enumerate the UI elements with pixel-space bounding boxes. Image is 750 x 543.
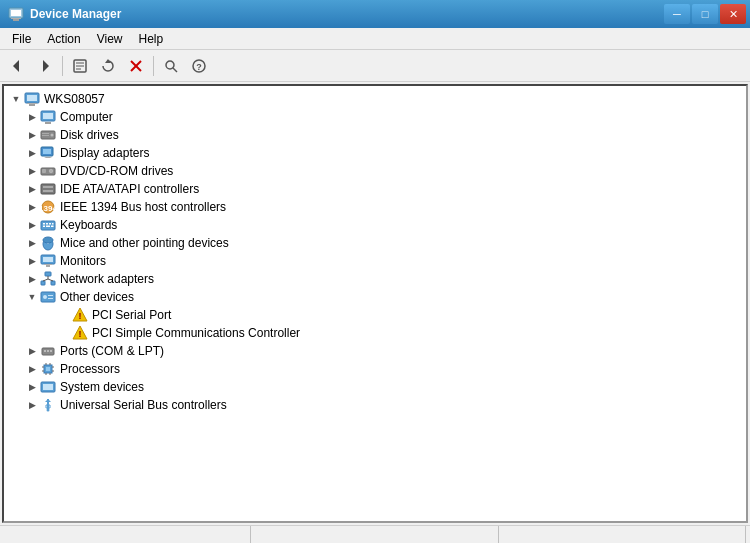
uninstall-button[interactable] xyxy=(123,54,149,78)
back-icon xyxy=(9,58,25,74)
mice-expand[interactable]: ▶ xyxy=(24,235,40,251)
system-expand[interactable]: ▶ xyxy=(24,379,40,395)
computer-icon xyxy=(24,91,40,107)
ieee-expand[interactable]: ▶ xyxy=(24,199,40,215)
status-section-tertiary xyxy=(499,526,746,543)
back-button[interactable] xyxy=(4,54,30,78)
svg-rect-29 xyxy=(43,149,51,154)
tree-item-usb[interactable]: ▶ Universal Serial Bus controllers xyxy=(4,396,746,414)
disk-expand[interactable]: ▶ xyxy=(24,127,40,143)
maximize-button[interactable]: □ xyxy=(692,4,718,24)
tree-item-ide[interactable]: ▶ IDE ATA/ATAPI controllers xyxy=(4,180,746,198)
title-bar: Device Manager ─ □ ✕ xyxy=(0,0,750,28)
menu-help[interactable]: Help xyxy=(131,28,172,49)
scan-button[interactable] xyxy=(158,54,184,78)
svg-rect-46 xyxy=(46,226,50,228)
menu-action[interactable]: Action xyxy=(39,28,88,49)
usb-expand[interactable]: ▶ xyxy=(24,397,40,413)
svg-text:?: ? xyxy=(196,62,202,72)
svg-rect-64 xyxy=(48,298,53,299)
computer-device-icon xyxy=(40,109,56,125)
svg-rect-18 xyxy=(27,95,37,101)
tree-item-computer[interactable]: ▶ Computer xyxy=(4,108,746,126)
tree-root[interactable]: ▼ WKS08057 xyxy=(4,90,746,108)
ide-expand[interactable]: ▶ xyxy=(24,181,40,197)
tree-item-network[interactable]: ▶ Network adapters xyxy=(4,270,746,288)
processor-icon xyxy=(40,361,56,377)
status-bar xyxy=(0,525,750,543)
processors-expand[interactable]: ▶ xyxy=(24,361,40,377)
dvd-label: DVD/CD-ROM drives xyxy=(60,164,173,178)
svg-rect-42 xyxy=(46,223,48,225)
svg-rect-22 xyxy=(43,113,53,119)
properties-icon xyxy=(72,58,88,74)
pci-comm-label: PCI Simple Communications Controller xyxy=(92,326,300,340)
device-tree-container[interactable]: ▼ WKS08057 ▶ Computer xyxy=(2,84,748,523)
pci-serial-label: PCI Serial Port xyxy=(92,308,171,322)
forward-button[interactable] xyxy=(32,54,58,78)
other-expand[interactable]: ▼ xyxy=(24,289,40,305)
tree-item-disk[interactable]: ▶ Disk drives xyxy=(4,126,746,144)
update-driver-button[interactable] xyxy=(95,54,121,78)
tree-item-mice[interactable]: ▶ Mice and other pointing devices xyxy=(4,234,746,252)
dvd-icon xyxy=(40,163,56,179)
pci-serial-warning-icon: ! xyxy=(72,307,88,323)
uninstall-icon xyxy=(128,58,144,74)
svg-rect-74 xyxy=(46,367,50,371)
tree-item-ieee[interactable]: ▶ 1394 IEEE 1394 Bus host controllers xyxy=(4,198,746,216)
network-label: Network adapters xyxy=(60,272,154,286)
svg-point-25 xyxy=(51,134,54,137)
mouse-icon xyxy=(40,235,56,251)
ports-expand[interactable]: ▶ xyxy=(24,343,40,359)
tree-item-system[interactable]: ▶ System devices xyxy=(4,378,746,396)
svg-rect-35 xyxy=(41,184,55,194)
svg-rect-41 xyxy=(43,223,45,225)
system-label: System devices xyxy=(60,380,144,394)
svg-rect-20 xyxy=(27,103,37,104)
mice-label: Mice and other pointing devices xyxy=(60,236,229,250)
disk-label: Disk drives xyxy=(60,128,119,142)
tree-item-other[interactable]: ▼ Other devices xyxy=(4,288,746,306)
svg-rect-57 xyxy=(51,281,55,285)
tree-item-pci-comm[interactable]: ! PCI Simple Communications Controller xyxy=(4,324,746,342)
dvd-expand[interactable]: ▶ xyxy=(24,163,40,179)
svg-rect-43 xyxy=(49,223,51,225)
minimize-button[interactable]: ─ xyxy=(664,4,690,24)
menu-view[interactable]: View xyxy=(89,28,131,49)
properties-button[interactable] xyxy=(67,54,93,78)
svg-rect-27 xyxy=(42,135,49,136)
tree-item-monitors[interactable]: ▶ Monitors xyxy=(4,252,746,270)
svg-rect-55 xyxy=(45,272,51,276)
tree-item-processors[interactable]: ▶ Processors xyxy=(4,360,746,378)
svg-rect-44 xyxy=(52,223,54,225)
tree-item-display[interactable]: ▶ Display adapters xyxy=(4,144,746,162)
processors-label: Processors xyxy=(60,362,120,376)
help-button[interactable]: ? xyxy=(186,54,212,78)
svg-rect-26 xyxy=(42,133,49,134)
display-expand[interactable]: ▶ xyxy=(24,145,40,161)
network-expand[interactable]: ▶ xyxy=(24,271,40,287)
toolbar-separator-1 xyxy=(62,56,63,76)
computer-expand[interactable]: ▶ xyxy=(24,109,40,125)
monitors-expand[interactable]: ▶ xyxy=(24,253,40,269)
network-icon xyxy=(40,271,56,287)
tree-item-dvd[interactable]: ▶ DVD/CD-ROM drives xyxy=(4,162,746,180)
keyboard-expand[interactable]: ▶ xyxy=(24,217,40,233)
svg-rect-2 xyxy=(13,19,19,21)
toolbar-separator-2 xyxy=(153,56,154,76)
tree-item-pci-serial[interactable]: ! PCI Serial Port xyxy=(4,306,746,324)
svg-line-14 xyxy=(173,68,177,72)
ide-label: IDE ATA/ATAPI controllers xyxy=(60,182,199,196)
root-expand[interactable]: ▼ xyxy=(8,91,24,107)
svg-rect-45 xyxy=(43,226,45,228)
svg-rect-53 xyxy=(46,265,50,267)
svg-marker-4 xyxy=(13,60,19,72)
close-button[interactable]: ✕ xyxy=(720,4,746,24)
menu-bar: File Action View Help xyxy=(0,28,750,50)
display-icon xyxy=(40,145,56,161)
tree-item-ports[interactable]: ▶ Ports (COM & LPT) xyxy=(4,342,746,360)
tree-item-keyboards[interactable]: ▶ Keyboards xyxy=(4,216,746,234)
help-icon: ? xyxy=(191,58,207,74)
menu-file[interactable]: File xyxy=(4,28,39,49)
ieee-label: IEEE 1394 Bus host controllers xyxy=(60,200,226,214)
